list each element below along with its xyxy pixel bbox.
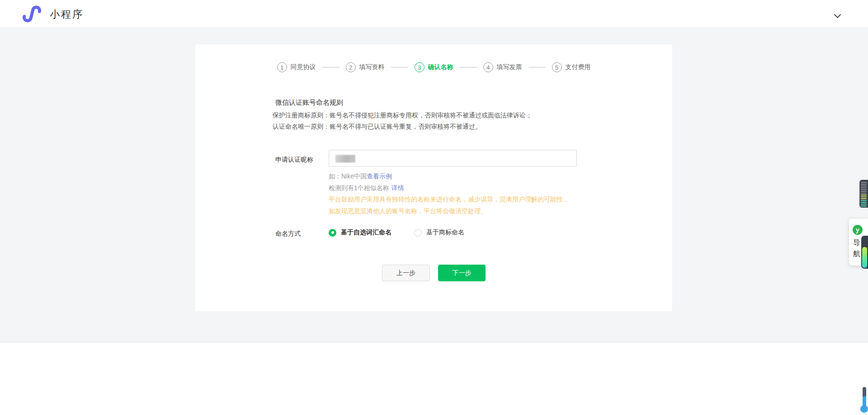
nickname-value-redacted <box>335 155 355 163</box>
step-connector <box>322 67 340 68</box>
page-title: 小程序 <box>50 8 84 21</box>
step-fill-info: 2 填写资料 <box>346 62 385 72</box>
rule-line-trademark: 保护注册商标原则：账号名不得侵犯注册商标专用权，否则审核将不被通过或面临法律诉讼… <box>273 110 532 121</box>
similar-detail-link[interactable]: 详情 <box>392 184 404 191</box>
rule-line-unique: 认证命名唯一原则：账号名不得与已认证账号重复，否则审核将不被通过。 <box>273 121 532 132</box>
nickname-field-label: 申请认证昵称 <box>275 156 313 164</box>
similar-name-line: 检测到有1个相似名称详情 <box>329 182 569 194</box>
step-number: 1 <box>277 62 287 72</box>
step-agree-agreement: 1 同意协议 <box>277 62 316 72</box>
naming-rules-body: 保护注册商标原则：账号名不得侵犯注册商标专用权，否则审核将不被通过或面临法律诉讼… <box>273 110 532 132</box>
step-confirm-name-active: 3 确认名称 <box>415 62 453 72</box>
radio-option-label: 基于自选词汇命名 <box>341 228 392 237</box>
view-example-link[interactable]: 查看示例 <box>367 173 392 180</box>
step-connector <box>391 67 408 68</box>
radio-option-label: 基于商标命名 <box>426 228 464 237</box>
mini-program-logo-icon <box>22 5 42 23</box>
similar-name-text: 检测到有1个相似名称 <box>329 184 389 191</box>
step-label: 同意协议 <box>291 63 316 71</box>
step-pay-fee: 5 支付费用 <box>552 62 591 72</box>
radio-unselected-icon[interactable] <box>414 229 422 237</box>
radio-option-custom-words[interactable]: 基于自选词汇命名 <box>329 228 392 237</box>
warning-line-2: 如发现恶意混淆他人的账号名称，平台将会做清空处理。 <box>329 205 569 217</box>
warning-line-1: 平台鼓励用户采用具有独特性的名称来进行命名，减少误导，混淆用户理解的可能性， <box>329 194 569 205</box>
stripe-indicator-icon <box>860 180 868 207</box>
nickname-helper-block: 如：Nike中国查看示例 检测到有1个相似名称详情 平台鼓励用户采用具有独特性的… <box>329 171 569 217</box>
step-number: 3 <box>415 62 425 72</box>
nav-panel-text-bottom: 航 <box>853 249 860 258</box>
step-number: 2 <box>346 62 356 72</box>
step-connector <box>528 67 546 68</box>
step-number: 4 <box>483 62 493 72</box>
nav-assistant-logo-icon: y <box>853 225 863 235</box>
level-slider-fill <box>862 247 867 268</box>
nickname-input[interactable] <box>329 150 577 167</box>
naming-method-label: 命名方式 <box>275 230 301 238</box>
nav-panel-text-top: 导 <box>853 238 860 247</box>
radio-selected-icon[interactable] <box>329 229 336 237</box>
radio-option-trademark[interactable]: 基于商标命名 <box>414 228 464 237</box>
progress-stepper: 1 同意协议 2 填写资料 3 确认名称 4 填写发票 5 支付费用 <box>195 62 672 72</box>
step-fill-invoice: 4 填写发票 <box>483 62 522 72</box>
naming-method-options: 基于自选词汇命名 基于商标命名 <box>329 228 464 237</box>
step-number: 5 <box>552 62 562 72</box>
thermometer-slider-widget[interactable] <box>859 386 868 415</box>
example-line: 如：Nike中国查看示例 <box>329 171 569 182</box>
step-label: 填写发票 <box>497 63 522 71</box>
level-slider-widget[interactable] <box>861 236 868 269</box>
prev-step-button[interactable]: 上一步 <box>382 265 430 281</box>
scroll-minimap-widget[interactable] <box>859 180 868 208</box>
step-label: 填写资料 <box>359 63 385 71</box>
step-connector <box>460 67 477 68</box>
naming-rules-title: 微信认证账号命名规则 <box>275 98 343 107</box>
top-header: 小程序 <box>0 0 868 28</box>
thermometer-knob[interactable] <box>860 405 868 413</box>
footer-area <box>0 342 868 415</box>
example-prefix: 如：Nike中国 <box>329 173 367 180</box>
step-label: 支付费用 <box>566 63 591 71</box>
next-step-button[interactable]: 下一步 <box>438 265 486 281</box>
step-label: 确认名称 <box>428 63 453 71</box>
chevron-down-icon[interactable] <box>835 12 840 18</box>
